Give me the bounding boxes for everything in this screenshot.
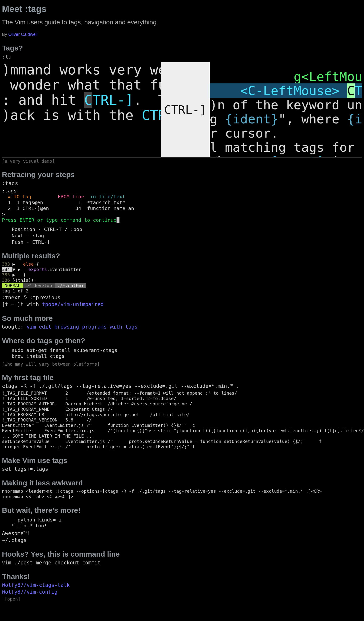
section-where: Where do tags go then? [2,337,362,345]
multi-commands: :tnext & :tprevious [2,295,362,300]
bullet-push: Push - CTRL-] [12,239,362,245]
where-brew: brew install ctags [12,353,362,359]
set-tags-command: set tags+=.tags [2,466,362,472]
section-use-tags: Make Vim use tags [2,456,362,465]
section-multiple: Multiple results? [2,252,362,260]
retrace-command-label: :tags [2,180,362,186]
screenshot-ctrl-bracket: )mmand works very well fo wonder what th… [2,62,362,157]
where-install: sudo apt-get install exuberant-ctags bre… [2,346,362,360]
wait-bullets: --python-kinds=-i *.min.* fun! [2,516,362,530]
section-more: So much more [2,314,362,322]
shot1-tooltip: CTRL-] [161,62,210,157]
section-awkward: Making it less awkward [2,479,362,487]
wait-ctagsrc: ~/.ctags [2,537,362,543]
section-retrace: Retracing your steps [2,171,362,179]
where-apt: sudo apt-get install exuberant-ctags [12,347,362,353]
hook-command: vim ./post-merge-checkout-commit [2,560,362,566]
multi-ref: [t – ]t with tpope/vim-unimpaired [2,301,362,307]
google-line: Google: vim edit browsing programs with … [2,324,362,330]
wait-min-fun: *.min.* fun! [12,523,362,529]
where-note: [who may will vary between platforms] [2,362,362,367]
wait-python-kinds: --python-kinds=-i [12,517,362,523]
wait-awesome: Awesome™! [2,531,362,536]
bullet-position: Position - CTRL-T / :pop [12,226,362,232]
author-link[interactable]: Oliver Caldwell [8,32,37,37]
byline-prefix: By [2,32,8,37]
link-google[interactable]: vim edit browsing programs with tags [27,324,137,330]
byline: By Oliver Caldwell [2,32,362,37]
section-tags: Tags? [2,44,362,52]
screenshot-multiple-results: 383 ▶ else { 384 ▼ ▶ exports.EventEmitte… [2,261,88,294]
tagfile-contents: !_TAG_FILE_FORMAT 2 /extended format; --… [2,391,362,449]
awkward-commands: nnoremap <leader>mt :!ctags --options=[c… [2,489,362,499]
page-title: Meet :tags [2,4,362,14]
section-thanks: Thanks! [2,572,362,581]
shot1-right-text: g<LeftMouse> <C-LeftMouse> CTRL-] )n of … [210,69,362,157]
link-vim-config[interactable]: Wolfy87/vim-config [2,589,362,595]
section-hooks: Hooks? Yes, this is command line [2,550,362,558]
screenshot-tags-list: :tags # TO tag FROM line in file/text 1 … [2,188,124,223]
section-first-tagfile: My first tag file [2,373,362,382]
tags-command-label: :ta [2,54,362,60]
section-wait: But wait, there's more! [2,506,362,514]
end-marker: ~[open] [2,596,362,602]
retrace-bullets: Position - CTRL-T / :pop Next - :tag Pus… [2,224,362,245]
link-unimpaired[interactable]: tpope/vim-unimpaired [42,301,104,307]
ctags-command: ctags -R -f ./.git/tags --tag-relative=y… [2,383,362,389]
subtitle: The Vim users guide to tags, navigation … [2,18,362,26]
link-talk-repo[interactable]: Wolfy87/vim-ctags-talk [2,582,362,588]
caption-shot1: [a very visual demo] [2,158,362,164]
bullet-next: Next - :tag [12,233,362,239]
